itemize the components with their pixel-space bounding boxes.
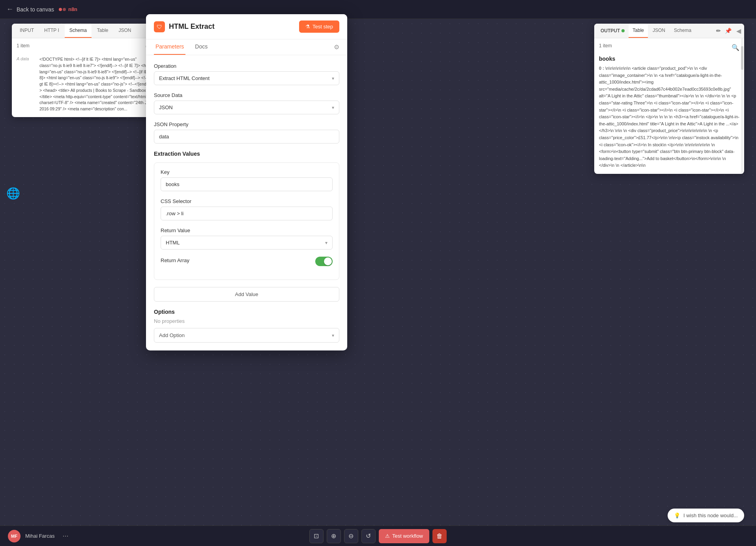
output-status-dot — [621, 29, 625, 32]
operation-label: Operation — [154, 63, 339, 69]
output-label: OUTPUT — [597, 24, 628, 37]
user-name: Mihai Farcas — [25, 533, 54, 539]
add-value-button[interactable]: Add Value — [154, 287, 339, 302]
tab-output-table[interactable]: Table — [629, 24, 648, 38]
input-item-count: 1 item — [17, 43, 30, 48]
key-input[interactable] — [161, 177, 333, 191]
output-search-icon[interactable]: 🔍 — [732, 44, 739, 51]
output-content: 1 item 🔍 books 0 : \n\n\n\n\n\n\n <artic… — [594, 38, 744, 174]
tab-parameters[interactable]: Parameters — [154, 39, 185, 55]
output-item-count: 1 item — [599, 43, 612, 48]
operation-field: Operation Extract HTML Content ▾ — [154, 63, 339, 85]
css-selector-label: CSS Selector — [161, 198, 333, 204]
tab-schema[interactable]: Schema — [65, 24, 92, 38]
toggle-knob — [324, 257, 332, 265]
tab-table[interactable]: Table — [92, 24, 113, 38]
collapse-arrow-icon[interactable]: ◀ — [736, 27, 741, 35]
options-title: Options — [154, 309, 339, 315]
input-search-row: 1 item 🔍 — [17, 43, 153, 52]
css-selector-field: CSS Selector — [161, 198, 333, 220]
return-array-field: Return Array — [161, 257, 333, 266]
more-options-icon[interactable]: ··· — [62, 532, 68, 540]
options-section: Options No properties Add Option ▾ — [154, 309, 339, 343]
n8n-logo: n8n — [59, 6, 77, 12]
zoom-fit-button[interactable]: ⊡ — [309, 529, 324, 543]
output-icons: ✏ 📌 — [712, 24, 735, 38]
add-option-chevron-icon: ▾ — [332, 333, 334, 338]
output-scrollbar[interactable] — [741, 38, 743, 174]
return-array-label: Return Array — [161, 257, 189, 263]
key-label: Key — [161, 169, 333, 175]
pencil-icon[interactable]: ✏ — [715, 27, 722, 35]
logo-dot-1 — [59, 8, 62, 11]
zoom-out-button[interactable]: ⊖ — [344, 529, 358, 543]
input-panel: INPUT HTTP I Schema Table JSON 1 item 🔍 … — [12, 24, 158, 117]
test-workflow-button[interactable]: ⚠ Test workflow — [379, 529, 429, 543]
globe-icon: 🌐 — [6, 187, 20, 200]
input-panel-content: 1 item 🔍 A data <!DOCTYPE html> <!--[if … — [12, 38, 158, 117]
logo-dot-2 — [63, 8, 66, 11]
wish-text: I wish this node would... — [683, 512, 738, 518]
reset-button[interactable]: ↺ — [361, 529, 376, 543]
extraction-box: Key CSS Selector Return Value HTML ▾ Ret… — [154, 162, 339, 280]
test-step-button[interactable]: ⚗ Test step — [299, 20, 339, 33]
wish-bubble[interactable]: 💡 I wish this node would... — [668, 509, 744, 522]
output-tabs: OUTPUT Table JSON Schema ✏ 📌 ◀ — [594, 24, 744, 38]
key-field: Key — [161, 169, 333, 191]
test-step-label: Test step — [313, 24, 333, 30]
json-property-input[interactable] — [154, 130, 339, 143]
source-data-label: Source Data — [154, 92, 339, 98]
output-index: 0 : — [599, 66, 604, 71]
html-extract-icon: 🛡 — [154, 21, 165, 32]
return-value-label: Return Value — [161, 227, 333, 233]
source-data-select[interactable]: JSON ▾ — [154, 101, 339, 114]
flask-icon: ⚗ — [305, 24, 310, 30]
operation-chevron-icon: ▾ — [332, 76, 334, 81]
warning-icon: ⚠ — [385, 533, 390, 539]
output-data: 0 : \n\n\n\n\n\n\n <article class="produ… — [599, 65, 739, 169]
tab-http[interactable]: HTTP I — [39, 24, 64, 38]
output-search-row: 1 item 🔍 — [599, 43, 739, 52]
bottom-bar: MF Mihai Farcas ··· ⊡ ⊕ ⊖ ↺ ⚠ Test workf… — [0, 526, 756, 546]
tab-output-schema[interactable]: Schema — [670, 24, 695, 38]
back-arrow-icon: ← — [6, 5, 13, 13]
tab-output-json[interactable]: JSON — [649, 24, 669, 38]
extraction-values-title: Extraction Values — [154, 151, 339, 157]
html-extract-modal: 🛡 HTML Extract ⚗ Test step Parameters Do… — [146, 14, 347, 350]
return-value-select[interactable]: HTML ▾ — [161, 236, 333, 250]
add-option-button[interactable]: Add Option ▾ — [154, 328, 339, 343]
return-value-value: HTML — [166, 240, 180, 246]
logo-text: n8n — [68, 6, 77, 12]
modal-body: Operation Extract HTML Content ▾ Source … — [146, 55, 347, 350]
output-data-content: \n\n\n\n\n\n\n <article class="product_p… — [599, 66, 739, 168]
bottom-actions: ⊡ ⊕ ⊖ ↺ ⚠ Test workflow 🗑 — [309, 529, 447, 543]
user-avatar: MF — [8, 530, 21, 542]
top-bar: ← Back to canvas n8n — [0, 0, 756, 19]
delete-button[interactable]: 🗑 — [432, 529, 447, 543]
return-array-row: Return Array — [161, 257, 333, 266]
operation-value: Extract HTML Content — [159, 75, 210, 81]
input-data-value: <!DOCTYPE html> <!--[if lt IE 7]> <html … — [39, 56, 153, 112]
input-panel-tabs: INPUT HTTP I Schema Table JSON — [12, 24, 158, 38]
tab-json[interactable]: JSON — [114, 24, 136, 38]
modal-nav: Parameters Docs ⚙ — [146, 39, 347, 55]
pin-icon[interactable]: 📌 — [724, 27, 732, 35]
output-panel: OUTPUT Table JSON Schema ✏ 📌 ◀ 1 item 🔍 … — [594, 24, 744, 174]
source-data-value: JSON — [159, 104, 173, 110]
css-selector-input[interactable] — [161, 207, 333, 220]
input-data-row: A data <!DOCTYPE html> <!--[if lt IE 7]>… — [17, 56, 153, 112]
zoom-in-button[interactable]: ⊕ — [327, 529, 341, 543]
settings-icon[interactable]: ⚙ — [334, 39, 339, 55]
books-title: books — [599, 56, 739, 62]
return-array-toggle[interactable] — [315, 257, 333, 266]
modal-header: 🛡 HTML Extract ⚗ Test step — [146, 14, 347, 39]
tab-docs[interactable]: Docs — [193, 39, 209, 55]
modal-title: HTML Extract — [169, 22, 215, 31]
operation-select[interactable]: Extract HTML Content ▾ — [154, 71, 339, 85]
tab-input[interactable]: INPUT — [15, 24, 39, 38]
back-to-canvas-button[interactable]: ← Back to canvas — [6, 5, 54, 13]
logo-dots — [59, 8, 66, 11]
json-property-field: JSON Property — [154, 121, 339, 143]
lightbulb-icon: 💡 — [674, 512, 680, 518]
test-workflow-label: Test workflow — [392, 533, 423, 539]
